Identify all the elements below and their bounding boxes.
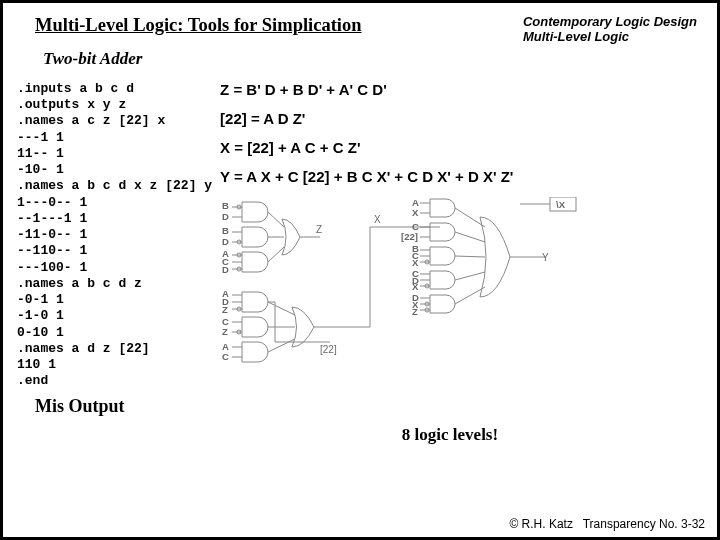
svg-text:[22]: [22]	[401, 231, 418, 242]
svg-text:B: B	[222, 200, 229, 211]
svg-text:X: X	[412, 257, 419, 268]
svg-text:C: C	[222, 351, 229, 362]
svg-text:D: D	[222, 236, 229, 247]
svg-text:Y: Y	[542, 252, 549, 263]
logic-diagram: B D B D A C D Z A D Z C Z A C [22] X	[220, 197, 620, 367]
equation-z: Z = B' D + B D' + A' C D'	[220, 81, 703, 98]
equation-x: X = [22] + A C + C Z'	[220, 139, 703, 156]
svg-text:Z: Z	[412, 306, 418, 317]
equation-t22: [22] = A D Z'	[220, 110, 703, 127]
brand-line2: Multi-Level Logic	[523, 29, 629, 44]
logic-levels-label: 8 logic levels!	[197, 425, 703, 445]
svg-line-11	[268, 212, 284, 227]
svg-text:X: X	[374, 214, 381, 225]
svg-text:B: B	[222, 225, 229, 236]
brand-line1: Contemporary Logic Design	[523, 14, 697, 29]
svg-line-52	[455, 256, 485, 257]
svg-text:X: X	[412, 281, 419, 292]
svg-text:Z: Z	[316, 224, 322, 235]
footer-copyright: © R.H. Katz	[509, 517, 573, 531]
netlist-block: .inputs a b c d .outputs x y z .names a …	[17, 81, 212, 390]
brand-block: Contemporary Logic Design Multi-Level Lo…	[523, 15, 697, 45]
page-title: Multi-Level Logic: Tools for Simplicatio…	[35, 15, 362, 36]
svg-text:[22]: [22]	[320, 344, 337, 355]
svg-text:Z: Z	[222, 304, 228, 315]
mis-output-label: Mis Output	[35, 396, 703, 417]
svg-text:D: D	[222, 264, 229, 275]
svg-text:Z: Z	[222, 326, 228, 337]
subtitle: Two-bit Adder	[43, 49, 703, 69]
svg-text:X: X	[412, 207, 419, 218]
svg-text:D: D	[222, 211, 229, 222]
svg-line-13	[268, 247, 284, 262]
footer: © R.H. Katz Transparency No. 3-32	[509, 517, 705, 531]
svg-line-53	[455, 272, 485, 280]
svg-line-51	[455, 232, 485, 242]
svg-line-26	[268, 339, 295, 352]
svg-line-24	[268, 302, 295, 315]
equation-y: Y = A X + C [22] + B C X' + C D X' + D X…	[220, 168, 703, 185]
footer-transparency: Transparency No. 3-32	[583, 517, 705, 531]
svg-text:\X: \X	[556, 199, 566, 210]
